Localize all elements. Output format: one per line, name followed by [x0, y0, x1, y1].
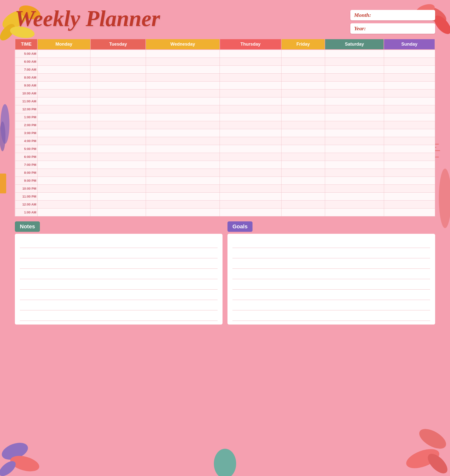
schedule-cell[interactable]: [281, 58, 325, 65]
schedule-cell[interactable]: [146, 208, 220, 216]
schedule-cell[interactable]: [90, 137, 146, 145]
schedule-cell[interactable]: [146, 89, 220, 97]
schedule-cell[interactable]: [146, 145, 220, 153]
schedule-cell[interactable]: [37, 169, 90, 177]
schedule-cell[interactable]: [37, 200, 90, 208]
schedule-cell[interactable]: [384, 73, 435, 81]
schedule-cell[interactable]: [90, 73, 146, 81]
schedule-cell[interactable]: [384, 177, 435, 184]
schedule-cell[interactable]: [220, 73, 281, 81]
schedule-cell[interactable]: [37, 129, 90, 137]
schedule-cell[interactable]: [325, 58, 384, 65]
schedule-cell[interactable]: [146, 184, 220, 192]
schedule-cell[interactable]: [325, 105, 384, 113]
schedule-cell[interactable]: [220, 200, 281, 208]
schedule-cell[interactable]: [37, 89, 90, 97]
schedule-cell[interactable]: [37, 50, 90, 58]
schedule-cell[interactable]: [90, 161, 146, 169]
schedule-cell[interactable]: [281, 145, 325, 153]
schedule-cell[interactable]: [220, 192, 281, 200]
schedule-cell[interactable]: [384, 200, 435, 208]
schedule-cell[interactable]: [220, 58, 281, 65]
schedule-cell[interactable]: [90, 153, 146, 161]
schedule-cell[interactable]: [90, 121, 146, 129]
schedule-cell[interactable]: [37, 145, 90, 153]
schedule-cell[interactable]: [384, 192, 435, 200]
schedule-cell[interactable]: [146, 192, 220, 200]
schedule-cell[interactable]: [220, 184, 281, 192]
schedule-cell[interactable]: [384, 169, 435, 177]
schedule-cell[interactable]: [37, 153, 90, 161]
notes-lines-area[interactable]: [15, 234, 223, 325]
schedule-cell[interactable]: [220, 113, 281, 121]
schedule-cell[interactable]: [146, 105, 220, 113]
schedule-cell[interactable]: [90, 208, 146, 216]
schedule-cell[interactable]: [146, 200, 220, 208]
schedule-cell[interactable]: [325, 192, 384, 200]
schedule-cell[interactable]: [220, 177, 281, 184]
schedule-cell[interactable]: [384, 137, 435, 145]
schedule-cell[interactable]: [146, 169, 220, 177]
schedule-cell[interactable]: [384, 113, 435, 121]
schedule-cell[interactable]: [384, 89, 435, 97]
goals-lines-area[interactable]: [227, 234, 435, 325]
schedule-cell[interactable]: [325, 145, 384, 153]
schedule-cell[interactable]: [220, 105, 281, 113]
schedule-cell[interactable]: [325, 161, 384, 169]
schedule-cell[interactable]: [384, 81, 435, 89]
schedule-cell[interactable]: [384, 208, 435, 216]
schedule-cell[interactable]: [90, 105, 146, 113]
schedule-cell[interactable]: [384, 50, 435, 58]
schedule-cell[interactable]: [384, 97, 435, 105]
schedule-cell[interactable]: [220, 65, 281, 73]
schedule-cell[interactable]: [281, 81, 325, 89]
schedule-cell[interactable]: [384, 129, 435, 137]
schedule-cell[interactable]: [37, 121, 90, 129]
schedule-cell[interactable]: [281, 177, 325, 184]
schedule-cell[interactable]: [37, 58, 90, 65]
schedule-cell[interactable]: [325, 113, 384, 121]
schedule-cell[interactable]: [37, 97, 90, 105]
schedule-cell[interactable]: [220, 169, 281, 177]
month-input[interactable]: [374, 13, 431, 18]
schedule-cell[interactable]: [384, 58, 435, 65]
schedule-cell[interactable]: [90, 97, 146, 105]
schedule-cell[interactable]: [281, 65, 325, 73]
schedule-cell[interactable]: [220, 137, 281, 145]
schedule-cell[interactable]: [384, 153, 435, 161]
schedule-cell[interactable]: [325, 89, 384, 97]
schedule-cell[interactable]: [146, 177, 220, 184]
schedule-cell[interactable]: [37, 113, 90, 121]
year-input[interactable]: [374, 26, 431, 31]
schedule-cell[interactable]: [146, 153, 220, 161]
schedule-cell[interactable]: [90, 89, 146, 97]
schedule-cell[interactable]: [384, 161, 435, 169]
schedule-cell[interactable]: [220, 208, 281, 216]
schedule-cell[interactable]: [37, 137, 90, 145]
schedule-cell[interactable]: [90, 50, 146, 58]
schedule-cell[interactable]: [325, 81, 384, 89]
schedule-cell[interactable]: [281, 73, 325, 81]
schedule-cell[interactable]: [90, 200, 146, 208]
schedule-cell[interactable]: [325, 184, 384, 192]
schedule-cell[interactable]: [325, 208, 384, 216]
schedule-cell[interactable]: [325, 50, 384, 58]
schedule-cell[interactable]: [37, 65, 90, 73]
schedule-cell[interactable]: [325, 177, 384, 184]
schedule-cell[interactable]: [325, 129, 384, 137]
schedule-cell[interactable]: [90, 65, 146, 73]
schedule-cell[interactable]: [90, 192, 146, 200]
schedule-cell[interactable]: [325, 137, 384, 145]
schedule-cell[interactable]: [37, 105, 90, 113]
schedule-cell[interactable]: [281, 200, 325, 208]
schedule-cell[interactable]: [146, 50, 220, 58]
schedule-cell[interactable]: [220, 97, 281, 105]
schedule-cell[interactable]: [220, 161, 281, 169]
schedule-cell[interactable]: [281, 105, 325, 113]
schedule-cell[interactable]: [384, 105, 435, 113]
schedule-cell[interactable]: [325, 73, 384, 81]
schedule-cell[interactable]: [146, 58, 220, 65]
schedule-cell[interactable]: [146, 129, 220, 137]
schedule-cell[interactable]: [90, 184, 146, 192]
schedule-cell[interactable]: [281, 192, 325, 200]
